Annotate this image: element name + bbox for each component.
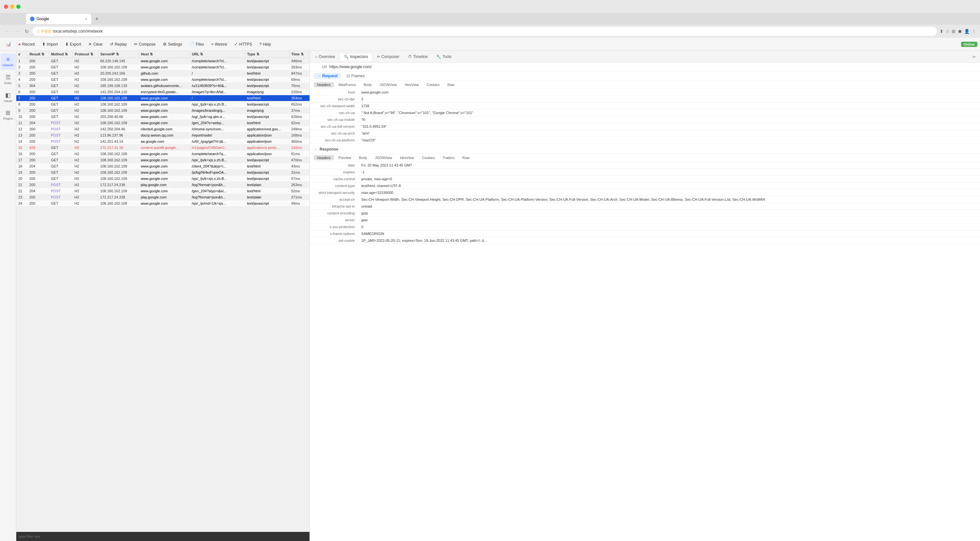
col-header-protocol[interactable]: Protocol ⇅	[73, 51, 99, 58]
menu-icon[interactable]: ⋮	[972, 29, 976, 34]
table-row[interactable]: 5 304 GET H2 185.199.108.133 avatars.git…	[16, 83, 310, 89]
replay-button[interactable]: ↺ Replay	[107, 40, 130, 48]
table-row[interactable]: 16 200 GET H2 108.160.162.109 www.google…	[16, 151, 310, 157]
req-subtab-body[interactable]: Body	[360, 82, 375, 88]
table-row[interactable]: 10 200 GET H2 203.208.40.66 www.gstatic.…	[16, 114, 310, 120]
cell-time: 52ms	[289, 188, 310, 194]
new-tab-button[interactable]: +	[92, 16, 101, 22]
requests-table-container[interactable]: # Result ⇅ Method ⇅ Protocol ⇅ ServerIP …	[16, 51, 310, 532]
header-value: 1P_JAR=2022-05-20-11; expires=Sun, 19-Ju…	[359, 237, 980, 244]
frames-tab-btn[interactable]: ⊡ Frames	[344, 73, 368, 79]
help-button[interactable]: ? Help	[256, 40, 274, 48]
sidebar-item-rules[interactable]: ☰ Rules	[1, 71, 16, 88]
req-subtab-webforms[interactable]: WebForms	[335, 82, 360, 88]
table-row[interactable]: 4 200 GET H2 108.160.162.109 www.google.…	[16, 76, 310, 83]
sidebar-item-plugins[interactable]: ⊞ Plugins	[1, 107, 16, 123]
table-row[interactable]: 19 200 GET H2 108.160.162.109 www.google…	[16, 169, 310, 176]
col-header-serverip[interactable]: ServerIP ⇅	[99, 51, 139, 58]
maximize-button[interactable]	[16, 5, 21, 9]
table-row[interactable]: 20 200 GET H2 108.160.162.109 www.google…	[16, 176, 310, 182]
req-subtab-raw[interactable]: Raw	[444, 82, 458, 88]
cell-method: GET	[49, 176, 73, 182]
res-subtab-cookies[interactable]: Cookies	[418, 155, 438, 160]
req-subtab-cookies[interactable]: Cookies	[423, 82, 443, 88]
address-input[interactable]: ⚠ 不安全 | local.whistlejs.com/#network	[33, 27, 937, 36]
req-subtab-jsonview[interactable]: JSONView	[376, 82, 400, 88]
https-button[interactable]: ✓ HTTPS	[231, 40, 255, 48]
cell-num: 16	[16, 151, 27, 157]
table-row[interactable]: 24 200 GET H2 108.160.162.109 www.google…	[16, 200, 310, 207]
filter-input[interactable]	[19, 535, 307, 538]
table-row[interactable]: 1 200 GET H2 66.220.148.145 www.google.c…	[16, 58, 310, 64]
extensions-icon[interactable]: ⊞	[951, 29, 956, 34]
req-subtab-headers[interactable]: Headers	[314, 82, 334, 88]
res-subtab-raw[interactable]: Raw	[459, 155, 473, 160]
table-row[interactable]: 21 200 POST H2 172.217.24.238 play.googl…	[16, 182, 310, 188]
col-header-url[interactable]: URL ⇅	[190, 51, 245, 58]
bookmark-icon[interactable]: ☆	[945, 29, 950, 34]
col-header-num[interactable]: #	[16, 51, 27, 58]
share-icon[interactable]: ⬆	[940, 29, 943, 34]
cell-protocol: H2	[73, 126, 99, 132]
clear-button[interactable]: ✕ Clear	[85, 40, 106, 48]
table-row[interactable]: 11 204 POST H2 108.160.162.109 www.googl…	[16, 120, 310, 126]
table-row[interactable]: 3 200 GET H2 20.205.243.166 github.com /…	[16, 70, 310, 76]
table-row[interactable]: 15 429 GET H2 172.217.31.10 content-auto…	[16, 145, 310, 151]
res-subtab-body[interactable]: Body	[356, 155, 371, 160]
reload-button[interactable]: ↻	[24, 28, 30, 35]
col-header-host[interactable]: Host ⇅	[139, 51, 190, 58]
back-button[interactable]: ←	[4, 28, 11, 35]
tab-inspectors[interactable]: 🔍 Inspectors	[339, 53, 372, 60]
res-subtab-preview[interactable]: Preview	[335, 155, 355, 160]
sidebar-item-values[interactable]: ◧ Values	[1, 89, 16, 106]
minimize-button[interactable]	[10, 5, 14, 9]
col-header-result[interactable]: Result ⇅	[27, 51, 49, 58]
res-subtab-headers[interactable]: Headers	[314, 155, 334, 160]
table-row[interactable]: 6 200 GET H2 142.250.204.110 encrypted-t…	[16, 89, 310, 95]
files-button[interactable]: 📄 Files	[186, 40, 207, 48]
table-row[interactable]: 17 200 GET H2 108.160.162.109 www.google…	[16, 157, 310, 163]
export-button[interactable]: ⬇ Export	[62, 40, 85, 48]
col-header-method[interactable]: Method ⇅	[49, 51, 73, 58]
col-header-time[interactable]: Time ⇅	[289, 51, 310, 58]
import-button[interactable]: ⬆ Import	[39, 40, 61, 48]
cell-host: encrypted-tbn0.gstatic...	[139, 89, 190, 95]
weinre-button[interactable]: ≈ Weinre	[208, 40, 230, 48]
cell-serverip: 108.160.162.109	[99, 64, 139, 70]
tab-composer[interactable]: ✏ Composer	[373, 53, 403, 60]
record-icon[interactable]: ⏺	[958, 29, 962, 34]
table-row[interactable]: 7 200 GET H2 108.160.162.109 www.google.…	[16, 95, 310, 101]
forward-button[interactable]: →	[14, 28, 21, 35]
tab-tools[interactable]: 🔧 Tools	[432, 53, 455, 60]
cell-url: /gen_204?s=webp...	[190, 120, 245, 126]
table-row[interactable]: 23 200 POST H2 172.217.24.238 play.googl…	[16, 194, 310, 200]
table-row[interactable]: 9 200 GET H2 108.160.162.109 www.google.…	[16, 108, 310, 114]
collapse-icon[interactable]: ≫	[969, 54, 979, 59]
table-row[interactable]: 22 204 POST H2 108.160.162.109 www.googl…	[16, 188, 310, 194]
table-row[interactable]: 2 200 GET H2 108.160.162.109 www.google.…	[16, 64, 310, 70]
table-row[interactable]: 13 200 POST H2 113.96.237.96 docrp.weixi…	[16, 132, 310, 138]
req-subtab-hexview[interactable]: HexView	[401, 82, 422, 88]
tab-close-icon[interactable]: ✕	[85, 17, 88, 21]
res-subtab-trailers[interactable]: Trailers	[439, 155, 458, 160]
network-icon-btn[interactable]: 📊	[3, 40, 14, 48]
col-header-type[interactable]: Type ⇅	[245, 51, 289, 58]
close-button[interactable]	[4, 5, 8, 9]
compose-button[interactable]: ✏ Compose	[130, 40, 159, 48]
request-tab-btn[interactable]: → Request	[314, 73, 341, 79]
table-row[interactable]: 14 200 POST H2 142.251.43.14 aa.google.c…	[16, 138, 310, 145]
res-subtab-jsonview[interactable]: JSONView	[372, 155, 396, 160]
settings-button[interactable]: ⚙ Settings	[160, 40, 185, 48]
tab-timeline[interactable]: ⏱ Timeline	[404, 53, 432, 60]
sidebar-item-network[interactable]: ≡ Network	[1, 53, 16, 70]
cell-type: text/javascript	[245, 58, 289, 64]
record-button[interactable]: ● Record	[15, 40, 38, 48]
tab-overview[interactable]: ○ Overview	[311, 53, 339, 60]
profile-icon[interactable]: 👤	[964, 29, 970, 34]
table-row[interactable]: 8 200 GET H2 108.160.162.109 www.google.…	[16, 101, 310, 108]
table-row[interactable]: 18 204 GET H2 108.160.162.109 www.google…	[16, 163, 310, 169]
table-row[interactable]: 12 200 POST H2 142.250.204.46 clients4.g…	[16, 126, 310, 132]
browser-tab[interactable]: Google ✕	[26, 14, 91, 24]
cell-result: 304	[27, 83, 49, 89]
res-subtab-hexview[interactable]: HexView	[397, 155, 417, 160]
